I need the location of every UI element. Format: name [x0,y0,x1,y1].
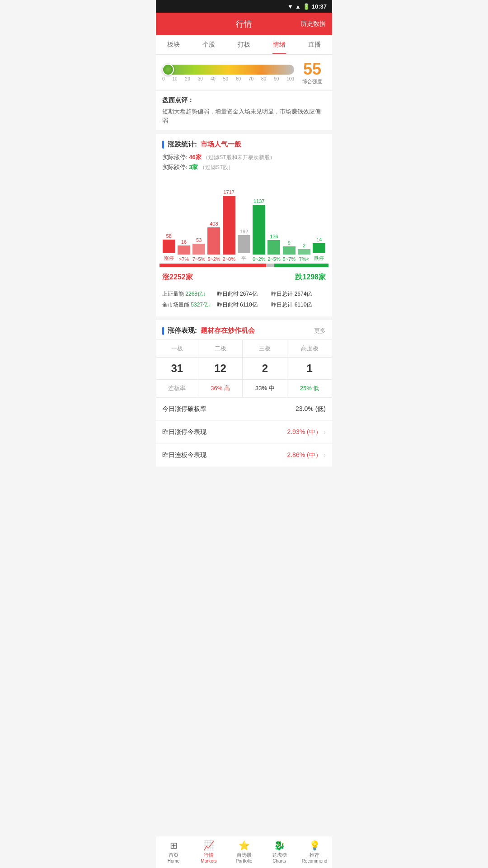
limit-val-4: 1 [287,358,332,380]
bar-group-4: 1717 2~0% [221,189,236,262]
app-header: 行情 历史数据 [156,13,332,35]
bar-4 [223,196,235,255]
actual-rise-note: （过滤ST股和未开板次新股） [203,154,275,160]
bar-value-10: 14 [316,237,322,242]
limit-val-1: 31 [156,358,198,380]
bar-group-0: 58 涨停 [161,233,176,262]
bar-label-3: 5~2% [207,256,220,262]
total-row: 涨2252家 跌1298家 [156,269,332,286]
limit-section-indicator [162,327,164,335]
section-header-rise: 涨跌统计: 市场人气一般 [156,134,332,153]
bar-value-8: 9 [288,240,291,245]
rise-fall-stats: 实际涨停: 46家 （过滤ST股和未开板次新股） 实际跌停: 3家 （过滤ST股… [156,153,332,177]
bar-group-10: 14 跌停 [312,237,327,262]
progress-bar [160,264,328,267]
bar-group-7: 136 2~5% [267,234,282,262]
history-button[interactable]: 历史数据 [300,20,326,28]
limit-title: 涨停表现: [168,326,197,335]
section-indicator [162,141,164,149]
actual-fall-note: （过滤ST股） [200,164,234,170]
bar-2 [192,244,205,255]
bar-group-2: 53 7~5% [192,237,206,262]
gauge-score-container: 55 综合强度 [299,61,326,85]
rate-val-4: 25% 低 [300,385,319,392]
rate-label: 连板率 [168,385,186,392]
total-fall: 跌1298家 [295,273,326,282]
col-header-3: 三板 [243,340,287,358]
tab-board[interactable]: 打板 [226,35,262,54]
header-title: 行情 [236,19,252,29]
tab-sentiment[interactable]: 情绪 [262,35,297,54]
bar-label-10: 跌停 [314,255,324,262]
tab-stocks[interactable]: 个股 [191,35,226,54]
chevron-icon-2: › [324,451,326,459]
bar-0 [163,240,175,253]
rate-cell-1: 连板率 [156,380,198,397]
tab-live[interactable]: 直播 [297,35,332,54]
bar-label-5: 平 [241,255,246,262]
vol-left-1: 上证量能 2268亿↓ [162,288,217,299]
volume-col-mid: 昨日此时 2674亿 昨日此时 6110亿 [217,288,272,310]
limit-subtitle: 题材存在炒作机会 [201,326,255,335]
limit-section: 涨停表现: 题材存在炒作机会 更多 一板 二板 三板 高度板 31 12 2 1… [156,320,332,467]
bar-1 [178,245,190,255]
rise-fall-section: 涨跌统计: 市场人气一般 实际涨停: 46家 （过滤ST股和未开板次新股） 实际… [156,134,332,316]
bar-chart-container: 58 涨停 16 >7% 53 7~5% 408 5~2% [156,180,332,262]
col-header-4: 高度板 [287,340,332,358]
bar-label-7: 2~5% [267,256,280,262]
rate-cell-3: 33% 中 [243,380,287,397]
bar-label-6: 0~2% [253,256,265,262]
bar-value-5: 192 [240,229,248,234]
vol-left-2: 全市场量能 5327亿↓ [162,299,217,310]
vol-val-2: 5327亿↓ [191,302,211,308]
volume-section: 上证量能 2268亿↓ 全市场量能 5327亿↓ 昨日此时 2674亿 昨日此时… [156,286,332,316]
bar-group-8: 9 5~7% [282,240,296,262]
gauge-section: 0 10 20 30 40 50 60 70 80 90 100 55 综合强度 [156,55,332,90]
info-label-3: 昨日连板今表现 [162,451,206,459]
rate-val-2: 36% 高 [211,385,230,392]
bar-label-8: 5~7% [283,256,296,262]
bar-5 [238,235,250,253]
progress-red [160,264,266,267]
comment-text: 短期大盘趋势偏弱，增量资金入场未见明显，市场赚钱效应偏弱 [162,107,326,125]
bar-value-9: 2 [303,243,305,248]
limit-val-2: 12 [198,358,243,380]
info-row-2[interactable]: 昨日涨停今表现 2.93% (中） › [156,420,332,443]
bar-label-2: 7~5% [192,256,205,262]
progress-gray [266,264,275,267]
info-row-1: 今日涨停破板率 23.0% (低) [156,397,332,420]
limit-table-values: 31 12 2 1 [156,358,332,380]
tab-blocks[interactable]: 板块 [156,35,191,54]
bar-value-0: 58 [166,233,172,239]
comment-box: 盘面点评： 短期大盘趋势偏弱，增量资金入场未见明显，市场赚钱效应偏弱 [156,90,332,130]
bar-value-6: 1137 [253,198,264,204]
battery-icon: 🔋 [303,3,310,10]
gauge-ticks: 0 10 20 30 40 50 60 70 80 90 100 [162,76,294,81]
status-icons: ▼ ▲ 🔋 10:37 [287,3,327,10]
actual-fall-line: 实际跌停: 3家 （过滤ST股） [162,163,326,171]
bar-value-4: 1717 [223,189,234,195]
limit-header: 涨停表现: 题材存在炒作机会 更多 [156,320,332,340]
volume-col-right: 昨日总计 2674亿 昨日总计 6110亿 [271,288,326,310]
info-row-3[interactable]: 昨日连板今表现 2.86% (中） › [156,443,332,467]
bar-label-0: 涨停 [164,255,174,262]
vol-mid-2: 昨日此时 6110亿 [217,299,272,310]
limit-val-3: 2 [243,358,287,380]
bar-group-1: 16 >7% [176,239,191,262]
bar-value-7: 136 [270,234,278,239]
bar-10 [313,243,325,253]
bar-group-3: 408 5~2% [206,221,221,262]
wifi-icon: ▼ [287,3,293,10]
total-rise: 涨2252家 [162,273,193,282]
rate-cell-4: 25% 低 [287,380,332,397]
info-label-2: 昨日涨停今表现 [162,428,206,436]
vol-mid-1: 昨日此时 2674亿 [217,288,272,299]
bar-label-1: >7% [179,256,189,262]
col-header-2: 二板 [198,340,243,358]
limit-more-btn[interactable]: 更多 [314,327,326,335]
limit-table-header: 一板 二板 三板 高度板 [156,340,332,358]
bar-6 [253,205,265,255]
progress-green [274,264,328,267]
bar-group-9: 2 7%< [296,243,311,262]
vol-right-2: 昨日总计 6110亿 [271,299,326,310]
